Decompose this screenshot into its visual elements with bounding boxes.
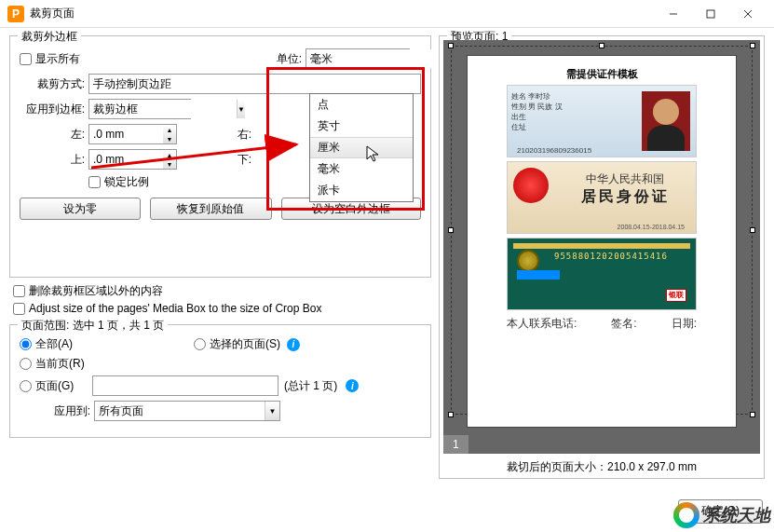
watermark-icon xyxy=(673,502,699,528)
reset-default-button[interactable]: 恢复到原始值 xyxy=(150,198,271,220)
show-all-label: 显示所有 xyxy=(35,51,80,67)
radio-all[interactable]: 全部(A) xyxy=(20,336,73,352)
radio-current[interactable]: 当前页(R) xyxy=(20,356,85,372)
preview-area: 需提供证件模板 姓名 李时珍性别 男 民族 汉出生住址 210203196809… xyxy=(443,40,760,454)
radio-pages[interactable]: 页面(G) xyxy=(20,378,87,394)
crop-handle[interactable] xyxy=(448,412,454,417)
apply-border-label: 应用到边框: xyxy=(20,102,85,117)
window-title: 裁剪页面 xyxy=(30,6,655,21)
lock-ratio-checkbox[interactable]: 锁定比例 xyxy=(88,174,149,190)
info-icon: i xyxy=(346,379,359,392)
info-icon: i xyxy=(287,338,300,351)
pages-input[interactable] xyxy=(92,375,278,396)
mouse-cursor-icon xyxy=(366,145,381,164)
crop-handle[interactable] xyxy=(599,43,604,48)
maximize-button[interactable] xyxy=(692,0,729,28)
lock-ratio-label: 锁定比例 xyxy=(104,174,149,190)
watermark: 系统天地 xyxy=(673,502,770,528)
adjust-media-checkbox[interactable]: Adjust size of the pages' Media Box to t… xyxy=(13,302,431,315)
watermark-text: 系统天地 xyxy=(703,504,770,526)
app-logo: P xyxy=(7,6,24,22)
set-zero-button[interactable]: 设为零 xyxy=(20,198,141,220)
unit-label: 单位: xyxy=(277,51,302,67)
chevron-down-icon[interactable]: ▼ xyxy=(265,402,279,420)
svg-line-4 xyxy=(91,144,296,168)
card-image-1: 姓名 李时珍性别 男 民族 汉出生住址 210203196809236015 xyxy=(507,85,697,157)
top-margin-label: 上: xyxy=(20,152,85,168)
unit-option[interactable]: 毫米 xyxy=(310,158,413,180)
unit-dropdown-list[interactable]: 点 英寸 厘米 毫米 派卡 xyxy=(309,93,414,202)
close-button[interactable] xyxy=(729,0,767,28)
radio-selected[interactable]: 选择的页面(S)i xyxy=(194,336,300,352)
show-all-checkbox[interactable]: 显示所有 xyxy=(20,51,80,67)
adjust-media-label: Adjust size of the pages' Media Box to t… xyxy=(29,302,321,315)
page-range-legend: 页面范围: 选中 1 页，共 1 页 xyxy=(18,318,168,334)
doc-title: 需提供证件模板 xyxy=(482,67,721,81)
apply-to-value[interactable] xyxy=(95,402,265,420)
crop-size-label: 裁切后的页面大小：210.0 x 297.0 mm xyxy=(443,459,760,475)
unit-combo[interactable]: ▼ xyxy=(306,48,410,69)
card-image-3: 9558801202005415416 银联 xyxy=(507,238,697,310)
card-image-2: 中华人民共和国 居民身份证 2008.04.15-2018.04.15 xyxy=(507,161,697,234)
crop-handle[interactable] xyxy=(750,43,755,48)
apply-to-combo[interactable]: ▼ xyxy=(94,401,280,421)
left-margin-label: 左: xyxy=(20,127,85,143)
crop-handle[interactable] xyxy=(750,227,755,233)
annotation-arrow xyxy=(87,89,310,172)
total-pages-label: (总计 1 页) xyxy=(284,378,337,394)
unit-option[interactable]: 点 xyxy=(310,94,413,116)
crop-margins-legend: 裁剪外边框 xyxy=(18,29,81,45)
apply-to-label: 应用到: xyxy=(20,403,90,419)
preview-page: 需提供证件模板 姓名 李时珍性别 男 民族 汉出生住址 210203196809… xyxy=(467,55,737,428)
unit-option[interactable]: 厘米 xyxy=(310,137,413,158)
page-number-tab[interactable]: 1 xyxy=(443,435,468,454)
crop-handle[interactable] xyxy=(448,227,454,233)
svg-rect-1 xyxy=(707,10,714,18)
remove-outside-checkbox[interactable]: 删除裁剪框区域以外的内容 xyxy=(13,283,431,299)
crop-handle[interactable] xyxy=(448,43,454,48)
unit-option[interactable]: 派卡 xyxy=(310,180,413,201)
unit-option[interactable]: 英寸 xyxy=(310,116,413,137)
unit-value[interactable] xyxy=(306,49,454,68)
crop-handle[interactable] xyxy=(750,412,755,417)
remove-outside-label: 删除裁剪框区域以外的内容 xyxy=(29,283,163,299)
crop-method-label: 裁剪方式: xyxy=(20,76,85,92)
minimize-button[interactable] xyxy=(655,0,692,28)
